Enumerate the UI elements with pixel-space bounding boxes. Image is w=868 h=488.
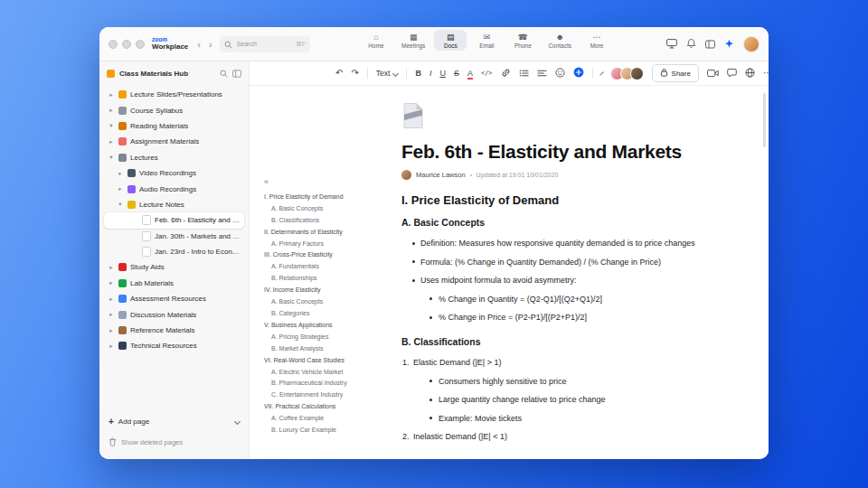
language-globe-icon[interactable] [745,65,755,81]
sidebar-item-audio-recordings[interactable]: ▸ Audio Recordings [104,181,244,196]
tab-docs[interactable]: ▤ Docs [434,30,467,51]
outline-item[interactable]: B. Market Analysis [264,343,378,355]
sidebar-item-page-jan-23[interactable]: Jan. 23rd - Intro to Econo... [104,244,244,259]
sidebar-item-reference-materials[interactable]: ▸ Reference Materials [104,323,244,338]
tab-more[interactable]: ⋯ More [580,30,613,51]
devices-icon[interactable] [666,36,677,52]
outline-item[interactable]: A. Primary Factors [264,239,378,250]
share-button[interactable]: Share [652,64,699,82]
chevron-right-icon[interactable]: ▸ [117,185,124,192]
outline-item[interactable]: A. Electric Vehicle Market [264,367,378,379]
doc-title[interactable]: Feb. 6th - Elasticity and Markets [401,140,711,163]
outline-item[interactable]: VI. Real-World Case Studies [264,355,378,367]
outline-item[interactable]: A. Pricing Strategies [264,332,378,343]
chevron-right-icon[interactable]: ▸ [108,107,115,114]
close-window-button[interactable] [108,40,118,49]
outline-item[interactable]: V. Business Applications [264,320,378,332]
chevron-down-icon[interactable]: ▾ [108,154,115,161]
sidebar-item-assessment-resources[interactable]: ▸ Assessment Resources [104,291,244,306]
chevron-right-icon[interactable]: ▸ [117,170,124,177]
add-page-button[interactable]: + Add page [108,418,240,426]
tab-email[interactable]: ✉ Email [470,30,503,51]
ai-companion-icon[interactable] [724,36,734,52]
sidebar-item-study-aids[interactable]: ▸ Study Aids [104,259,244,275]
search-input[interactable] [235,40,280,48]
outline-item[interactable]: B. Categories [264,308,378,320]
tab-phone[interactable]: ☎ Phone [506,30,539,51]
panel-toggle-icon[interactable] [705,36,715,52]
insert-block-button[interactable] [573,65,584,81]
code-button[interactable]: </> [481,70,493,77]
sidebar-item-discussion-materials[interactable]: ▸ Discussion Materials [104,306,244,322]
sidebar-item-video-recordings[interactable]: ▸ Video Recordings [104,165,244,181]
strikethrough-button[interactable]: S [454,69,459,78]
outline-item[interactable]: A. Coffee Example [264,413,378,425]
sidebar-item-course-syllabus[interactable]: ▸ Course Syllabus [104,102,244,117]
outline-item[interactable]: B. Relationships [264,273,378,285]
chevron-down-icon[interactable]: ▾ [117,201,124,208]
sidebar-collapse-icon[interactable] [232,70,241,78]
outline-collapse-icon[interactable]: « [264,176,378,188]
sidebar-item-lab-materials[interactable]: ▸ Lab Materials [104,276,244,291]
outline-item[interactable]: II. Determinants of Elasticity [264,227,378,239]
outline-item[interactable]: A. Fundamentals [264,261,378,273]
sidebar-item-assignment-materials[interactable]: ▸ Assignment Materials [104,134,244,149]
collapse-toolbar-icon[interactable] [599,71,603,75]
outline-item[interactable]: B. Classifications [264,215,378,227]
chevron-right-icon[interactable]: ▸ [108,264,115,271]
doc-content[interactable]: Feb. 6th - Elasticity and Markets Mauric… [401,86,711,442]
chevron-right-icon[interactable]: ▸ [108,311,115,318]
undo-button[interactable]: ↶ [335,69,343,78]
text-style-dropdown[interactable]: Text [376,69,399,78]
chevron-right-icon[interactable]: ▸ [108,327,115,334]
chevron-down-icon[interactable]: ▾ [108,122,115,129]
outline-item[interactable]: III. Cross-Price Elasticity [264,249,378,261]
global-search[interactable]: ⌘F [220,36,310,52]
outline-item[interactable]: B. Pharmaceutical Industry [264,378,378,389]
outline-item[interactable]: A. Basic Concepts [264,203,378,215]
sidebar-item-lectures[interactable]: ▾ Lectures [104,150,244,165]
bullet-list-button[interactable] [519,65,529,81]
user-avatar[interactable] [743,36,760,52]
forward-button[interactable]: › [209,39,212,50]
comments-icon[interactable] [727,65,737,81]
outline-item[interactable]: IV. Income Elasticity [264,285,378,296]
text-color-button[interactable]: A [467,69,473,78]
chevron-right-icon[interactable]: ▸ [108,138,115,145]
tab-contacts[interactable]: ☻ Contacts [542,30,577,51]
redo-button[interactable]: ↷ [351,69,358,78]
bold-button[interactable]: B [415,69,421,78]
align-button[interactable] [537,65,547,81]
collaborator-avatar[interactable] [630,67,644,80]
chevron-right-icon[interactable]: ▸ [108,296,115,303]
outline-item[interactable]: I. Price Elasticity of Demand [264,192,378,203]
chevron-right-icon[interactable]: ▸ [108,343,115,350]
outline-item[interactable]: B. Luxury Car Example [264,425,378,436]
sidebar-item-lecture-slides[interactable]: ▸ Lecture Slides/Presentations [104,87,244,102]
back-button[interactable]: ‹ [197,39,201,50]
tab-meetings[interactable]: ▦ Meetings [396,30,430,51]
more-options-icon[interactable]: ⋯ [763,69,769,78]
sidebar-search-icon[interactable] [220,70,228,78]
start-video-icon[interactable] [707,65,719,81]
sidebar-item-reading-materials[interactable]: ▾ Reading Materials [104,118,244,134]
link-button[interactable] [501,65,511,81]
sidebar-item-lecture-notes[interactable]: ▾ Lecture Notes [104,197,244,212]
maximize-window-button[interactable] [136,40,145,49]
underline-button[interactable]: U [439,69,446,78]
window-controls[interactable] [108,40,145,49]
chevron-down-icon[interactable] [234,418,241,425]
chevron-right-icon[interactable]: ▸ [108,279,115,286]
emoji-button[interactable] [555,65,565,81]
sidebar-item-page-feb-6[interactable]: Feb. 6th - Elasticity and M... [104,212,244,228]
scrollbar-thumb[interactable] [763,93,766,147]
outline-item[interactable]: A. Basic Concepts [264,296,378,308]
notifications-bell-icon[interactable] [686,36,696,52]
tab-home[interactable]: ⌂ Home [360,30,392,51]
doc-body[interactable]: I. Price Elasticity of Demand A. Basic C… [401,194,711,442]
sidebar-item-technical-resources[interactable]: ▸ Technical Resources [104,338,244,353]
sidebar-item-page-jan-30[interactable]: Jan. 30th - Markets and P... [104,229,244,244]
outline-item[interactable]: C. Entertainment Industry [264,389,378,401]
show-deleted-pages-button[interactable]: Show deleted pages [108,434,240,450]
outline-item[interactable]: VII. Practical Calculations [264,401,378,413]
